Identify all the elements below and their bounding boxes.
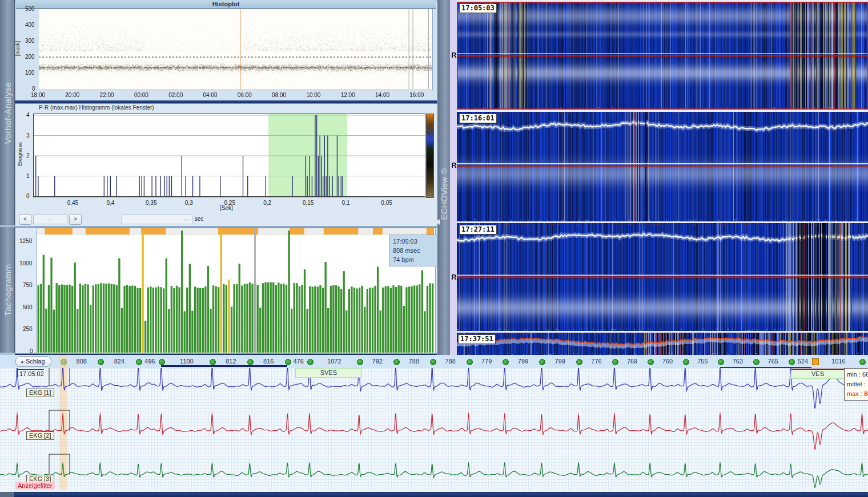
splitter-arrow-icon[interactable] <box>436 219 440 225</box>
left-arrow-icon: ◄ <box>19 359 24 365</box>
histoplot-xtick: 02:00 <box>168 92 183 98</box>
beat-marker[interactable] <box>467 359 473 365</box>
rr-interval-value[interactable]: 496 <box>144 358 155 365</box>
pr-color-scale <box>426 114 434 198</box>
echo-r-label-3: R <box>451 273 457 281</box>
sidebar-section-vorhof-analyse[interactable]: Vorhof-Analyse <box>0 0 15 225</box>
pr-y-axis-label: Ereignisse <box>17 142 23 166</box>
beat-marker[interactable] <box>210 359 216 365</box>
rr-interval-value[interactable]: 476 <box>293 358 303 365</box>
pr-position-field[interactable]: --- <box>33 215 67 224</box>
sidebar-label-tachogramm: Tachogramm <box>2 264 12 316</box>
tachogram-ytick: 500 <box>23 304 33 310</box>
pr-ytick: 3 <box>26 132 30 139</box>
pr-histogram-header: P-R (max-max) Histogramm (lokales Fenste… <box>39 104 154 111</box>
beat-marker[interactable] <box>789 359 795 365</box>
beat-marker[interactable] <box>753 359 760 365</box>
ekg-channel-1-label[interactable]: EKG [1] <box>26 389 54 397</box>
pr-ytick: 0 <box>26 193 30 199</box>
histoplot-xtick: 12:00 <box>341 92 355 98</box>
rr-interval-value[interactable]: 824 <box>114 358 124 365</box>
pr-xtick: 0,45 <box>67 200 78 206</box>
histoplot-y-axis-label: [msek] <box>15 41 21 56</box>
rr-interval-value[interactable]: 788 <box>445 358 455 365</box>
rr-interval-value[interactable]: 808 <box>77 358 87 365</box>
histoplot-titlebar[interactable]: Histoplot <box>16 0 436 9</box>
pr-length-field[interactable]: --- <box>122 215 192 224</box>
schlag-nav-button[interactable]: ◄Schlag <box>15 356 51 367</box>
ekg-timestamp: 17:05:02 <box>17 369 44 377</box>
rr-interval-value[interactable]: 760 <box>662 358 673 365</box>
echo-strip-3[interactable] <box>457 223 868 331</box>
beat-marker[interactable] <box>576 359 582 365</box>
rr-interval-value[interactable]: 816 <box>263 358 274 365</box>
ves-band[interactable]: VES <box>791 369 845 379</box>
pr-histogram-canvas[interactable] <box>33 114 425 197</box>
beat-marker[interactable] <box>718 359 724 365</box>
echo-strip-1[interactable] <box>457 2 868 110</box>
histoplot-ytick: 200 <box>25 54 35 60</box>
echo-timestamp-2: 17:16:01 <box>459 114 497 123</box>
pr-prev-button[interactable]: < <box>19 214 31 225</box>
histoplot-xtick: 18:00 <box>31 92 45 98</box>
beat-marker[interactable] <box>159 359 165 365</box>
holter-analysis-window: Vorhof-Analyse Tachogramm EKG-Detailansi… <box>0 0 868 497</box>
sidebar-section-tachogramm[interactable]: Tachogramm <box>0 227 15 353</box>
tachogram-ytick: 750 <box>23 282 33 288</box>
beat-marker[interactable] <box>859 359 866 365</box>
beat-marker[interactable] <box>683 359 689 365</box>
echo-strip-4[interactable] <box>457 333 868 355</box>
echo-strip-2[interactable] <box>457 112 868 221</box>
ekg-traces-canvas[interactable] <box>0 368 868 492</box>
echoview-sidebar[interactable]: ECHOView ® <box>437 0 450 355</box>
histoplot-xtick: 04:00 <box>203 92 218 98</box>
rr-interval-value[interactable]: 1016 <box>831 358 845 365</box>
rr-interval-value[interactable]: 524 <box>798 358 808 365</box>
beat-marker[interactable] <box>247 359 254 365</box>
pr-next-button[interactable]: > <box>69 214 82 225</box>
beat-marker[interactable] <box>503 359 509 365</box>
rr-interval-value[interactable]: 755 <box>697 358 708 365</box>
tachogram-canvas[interactable] <box>37 228 434 353</box>
rr-interval-value[interactable]: 792 <box>372 358 383 365</box>
histoplot-scatter-canvas[interactable] <box>39 9 432 89</box>
histoplot-xtick: 14:00 <box>375 92 389 98</box>
histoplot-ytick: 400 <box>25 22 35 28</box>
rr-interval-value[interactable]: 779 <box>481 358 492 365</box>
beat-marker[interactable] <box>393 359 400 365</box>
pr-xtick: 0,4 <box>106 200 114 206</box>
echo-timestamp-4: 17:37:51 <box>458 334 496 344</box>
echo-timestamp-1: 17:05:03 <box>459 3 497 13</box>
beat-marker[interactable] <box>98 359 104 365</box>
beat-annotation-row: ◄Schlag 80882449611008128164761072792788… <box>0 355 868 369</box>
cursor-time: 17:05:03 <box>393 237 434 246</box>
anzeigefilter-button[interactable]: Anzeigefilter <box>15 482 55 490</box>
horizontal-scrollbar[interactable] <box>0 492 868 497</box>
rr-interval-value[interactable]: 1072 <box>327 358 341 365</box>
rr-interval-value[interactable]: 763 <box>733 358 743 365</box>
beat-marker[interactable] <box>285 359 291 365</box>
histoplot-title: Histoplot <box>212 1 240 7</box>
beat-marker[interactable] <box>430 359 436 365</box>
stat-line: max : 88 <box>847 389 868 399</box>
rr-interval-value[interactable]: 769 <box>627 358 637 365</box>
beat-marker[interactable] <box>648 359 654 365</box>
beat-marker[interactable] <box>136 359 142 365</box>
rr-interval-value[interactable]: 788 <box>409 358 419 365</box>
schlag-label: Schlag <box>26 358 45 365</box>
rr-interval-value[interactable]: 799 <box>555 358 565 365</box>
ekg-channel-2-label[interactable]: EKG [2] <box>26 431 54 440</box>
rr-interval-value[interactable]: 776 <box>591 358 601 365</box>
rr-interval-value[interactable]: 765 <box>768 358 778 365</box>
ves-beat-marker[interactable] <box>812 358 819 365</box>
histoplot-xtick: 08:00 <box>272 92 286 98</box>
beat-marker[interactable] <box>612 359 618 365</box>
cursor-rate: 74 bpm <box>393 255 434 264</box>
rr-interval-value[interactable]: 799 <box>518 358 528 365</box>
rr-interval-value[interactable]: 812 <box>226 358 236 365</box>
beat-marker[interactable] <box>307 359 314 365</box>
sves-band[interactable]: SVES <box>295 368 362 378</box>
beat-marker[interactable] <box>357 359 363 365</box>
rr-interval-value[interactable]: 1100 <box>180 358 194 365</box>
beat-marker[interactable] <box>539 359 545 365</box>
